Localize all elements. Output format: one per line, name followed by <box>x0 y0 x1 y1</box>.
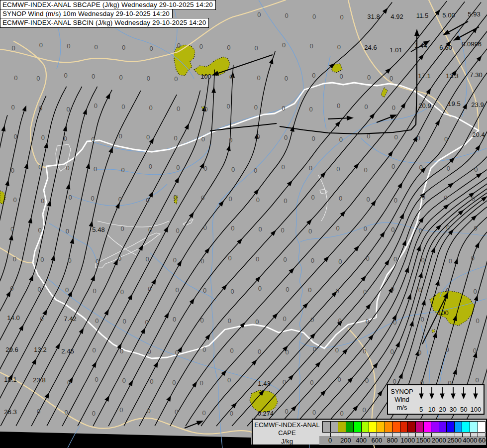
grid-zero-label: 0 <box>122 377 126 384</box>
grid-zero-label: 0 <box>174 134 177 142</box>
grid-zero-label: 0 <box>474 166 478 173</box>
grid-zero-label: 0 <box>310 379 313 386</box>
cape-contour-label: 100 <box>200 73 211 80</box>
grid-zero-label: 0 <box>226 103 230 110</box>
grid-zero-label: 0 <box>148 226 152 233</box>
grid-value-label: 11.5 <box>416 12 428 19</box>
grid-zero-label: 0 <box>284 197 287 205</box>
grid-zero-label: 0 <box>474 224 477 232</box>
grid-value-label: 20.9 <box>418 102 431 110</box>
grid-zero-label: 0 <box>67 379 71 386</box>
cape-colorbar-tick-label: 0 <box>328 437 332 444</box>
grid-zero-label: 0 <box>64 72 68 79</box>
grid-zero-label: 0 <box>65 286 69 294</box>
grid-zero-label: 0 <box>11 44 15 52</box>
grid-zero-label: 0 <box>446 287 449 294</box>
grid-value-label: 5.48 <box>92 226 104 233</box>
grid-zero-label: 0 <box>93 287 96 295</box>
grid-zero-label: 0 <box>285 348 289 356</box>
cape-legend-subtitle: CAPE <box>278 429 295 437</box>
grid-value-label: 13.3 <box>446 72 458 80</box>
grid-zero-label: 0 <box>258 348 261 355</box>
down-arrow-icon <box>438 386 446 400</box>
cape-colorbar-tick-label: 600 <box>371 437 382 444</box>
grid-value-label: 2.45 <box>61 347 74 355</box>
grid-zero-label: 0 <box>176 164 180 171</box>
grid-value-label: 31.8 <box>367 13 380 20</box>
grid-zero-label: 0 <box>93 346 96 354</box>
cape-legend-title: ECMWF-INDEX-ANAL <box>254 421 319 429</box>
grid-zero-label: 0 <box>95 43 98 51</box>
grid-zero-label: 0 <box>363 288 367 296</box>
cape-colorbar-tick-label: 200 <box>340 437 351 444</box>
grid-zero-label: 0 <box>394 133 398 141</box>
cape-colorbar-cell <box>338 421 346 433</box>
cape-colorbar-cell <box>369 421 377 433</box>
grid-zero-label: 0 <box>13 255 16 263</box>
grid-zero-label: 0 <box>421 316 424 323</box>
grid-zero-label: 0 <box>312 409 316 416</box>
grid-zero-label: 0 <box>310 316 314 324</box>
grid-zero-label: 0 <box>228 254 232 262</box>
grid-zero-label: 0 <box>473 347 477 354</box>
grid-zero-label: 0 <box>391 226 394 233</box>
grid-zero-label: 0 <box>419 227 422 234</box>
grid-zero-label: 0 <box>40 256 44 263</box>
grid-zero-label: 0 <box>119 74 122 81</box>
grid-zero-label: 0 <box>445 346 449 353</box>
grid-zero-label: 0 <box>147 407 151 415</box>
grid-zero-label: 0 <box>257 11 261 18</box>
grid-zero-label: 0 <box>36 75 40 82</box>
grid-zero-label: 0 <box>147 348 151 355</box>
grid-zero-label: 0 <box>200 317 203 324</box>
grid-zero-label: 0 <box>364 103 368 111</box>
grid-zero-label: 0 <box>284 134 288 141</box>
down-arrow-icon <box>460 386 468 400</box>
grid-zero-label: 0 <box>282 105 285 112</box>
cape-colorbar-cell <box>377 421 385 433</box>
grid-zero-label: 0 <box>230 347 234 354</box>
grid-zero-label: 0 <box>257 133 260 140</box>
grid-zero-label: 0 <box>338 258 342 265</box>
grid-zero-label: 0 <box>202 409 205 417</box>
grid-zero-label: 0 <box>177 105 180 112</box>
grid-zero-label: 0 <box>335 346 339 354</box>
grid-value-label: 14.0 <box>7 314 19 322</box>
grid-value-label: 0.0996 <box>462 40 482 48</box>
grid-zero-label: 0 <box>64 135 67 142</box>
wind-legend: SYNOP Wind m/s 510203050100 <box>387 384 485 415</box>
cape-colorbar-tick <box>338 433 338 437</box>
grid-value-label: 0.274 <box>258 410 274 417</box>
wind-legend-titles: SYNOP Wind m/s <box>388 385 416 414</box>
grid-zero-label: 0 <box>364 166 368 174</box>
grid-value-label: 5.93 <box>468 10 480 18</box>
cape-colorbar-cell <box>361 421 369 433</box>
grid-zero-label: 0 <box>174 75 178 83</box>
grid-zero-label: 0 <box>120 288 124 296</box>
grid-zero-label: 0 <box>13 133 17 140</box>
cape-colorbar <box>322 421 486 433</box>
grid-zero-label: 0 <box>231 166 235 173</box>
grid-zero-label: 0 <box>94 102 97 110</box>
cape-colorbar-tick-label: 6000 <box>479 437 487 444</box>
cape-colorbar-cell <box>407 421 415 433</box>
cape-colorbar-tick-label: 400 <box>356 437 367 444</box>
down-arrow-icon <box>449 386 457 400</box>
grid-zero-label: 0 <box>392 104 395 112</box>
grid-value-label: 24.6 <box>364 44 377 51</box>
grid-zero-label: 0 <box>367 132 370 140</box>
grid-zero-label: 0 <box>336 287 339 295</box>
grid-zero-label: 0 <box>256 255 259 263</box>
wind-legend-speed-column: 20 <box>438 386 446 413</box>
grid-zero-label: 0 <box>95 317 98 325</box>
grid-zero-label: 0 <box>311 135 315 142</box>
grid-zero-label: 0 <box>228 317 231 325</box>
grid-zero-label: 0 <box>96 258 99 265</box>
grid-zero-label: 0 <box>338 376 341 383</box>
grid-zero-label: 0 <box>390 75 393 82</box>
grid-zero-label: 0 <box>231 224 234 232</box>
wind-legend-speed-column: 50 <box>460 386 468 413</box>
grid-zero-label: 0 <box>283 256 287 263</box>
wind-legend-speed-column: 100 <box>471 386 482 413</box>
grid-zero-label: 0 <box>366 255 370 262</box>
